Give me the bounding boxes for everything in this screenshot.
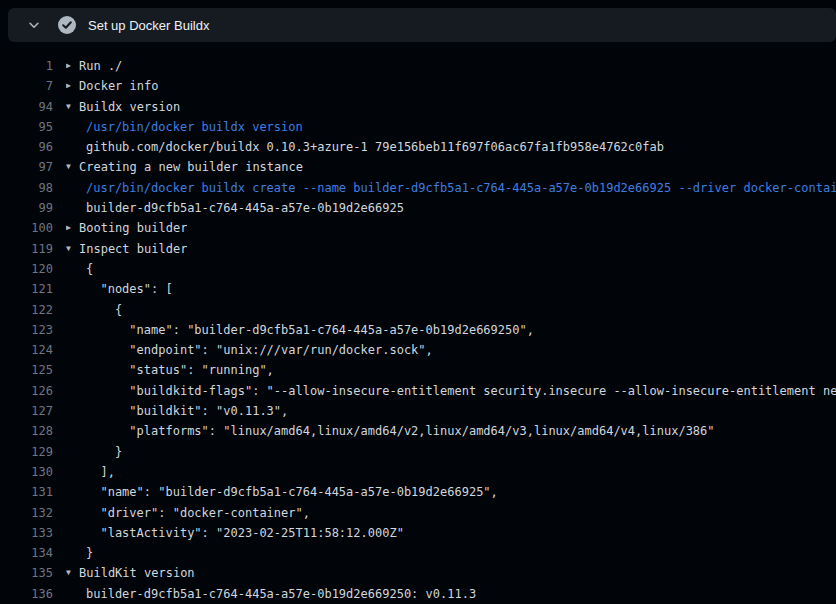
- line-number[interactable]: 127: [0, 401, 53, 421]
- log-line-row: 128 "platforms": "linux/amd64,linux/amd6…: [0, 421, 836, 441]
- triangle-down-icon[interactable]: ▼: [66, 157, 79, 177]
- log-line-row: 134}: [0, 543, 836, 563]
- triangle-down-icon[interactable]: ▼: [66, 563, 79, 583]
- log-line-row: 99builder-d9cfb5a1-c764-445a-a57e-0b19d2…: [0, 198, 836, 218]
- log-line-row: 122 {: [0, 300, 836, 320]
- triangle-right-icon[interactable]: ▶: [66, 76, 79, 96]
- log-line-text: /usr/bin/docker buildx create --name bui…: [66, 178, 836, 198]
- line-number[interactable]: 1: [0, 56, 53, 76]
- line-number[interactable]: 122: [0, 300, 53, 320]
- log-line-row: 132 "driver": "docker-container",: [0, 503, 836, 523]
- log-group-toggle[interactable]: ▶Booting builder: [66, 218, 187, 238]
- step-title: Set up Docker Buildx: [88, 18, 209, 33]
- log-line-row: 126 "buildkitd-flags": "--allow-insecure…: [0, 381, 836, 401]
- line-number[interactable]: 123: [0, 320, 53, 340]
- log-line-row: 130 ],: [0, 462, 836, 482]
- log-line-row: 129 }: [0, 442, 836, 462]
- log-line-text: "name": "builder-d9cfb5a1-c764-445a-a57e…: [66, 320, 534, 340]
- log-line-text: "buildkit": "v0.11.3",: [66, 401, 288, 421]
- log-group-row: 1▶Run ./: [0, 56, 836, 76]
- log-line-text: builder-d9cfb5a1-c764-445a-a57e-0b19d2e6…: [66, 198, 404, 218]
- triangle-right-icon[interactable]: ▶: [66, 218, 79, 238]
- line-number[interactable]: 126: [0, 381, 53, 401]
- line-number[interactable]: 136: [0, 584, 53, 604]
- log-group-toggle[interactable]: ▶Docker info: [66, 76, 158, 96]
- log-line-text: ],: [66, 462, 115, 482]
- log-group-title: Buildx version: [79, 97, 180, 117]
- check-circle-icon: [58, 16, 76, 34]
- log-line-text: }: [66, 543, 93, 563]
- log-group-toggle[interactable]: ▼Inspect builder: [66, 239, 187, 259]
- line-number[interactable]: 97: [0, 157, 53, 177]
- log-line-text: "buildkitd-flags": "--allow-insecure-ent…: [66, 381, 836, 401]
- log-line-text: "status": "running",: [66, 360, 274, 380]
- line-number[interactable]: 100: [0, 218, 53, 238]
- log-line-text: }: [66, 442, 122, 462]
- log-line-row: 123 "name": "builder-d9cfb5a1-c764-445a-…: [0, 320, 836, 340]
- line-number[interactable]: 134: [0, 543, 53, 563]
- log-line-row: 120{: [0, 259, 836, 279]
- line-number[interactable]: 119: [0, 239, 53, 259]
- log-group-title: Inspect builder: [79, 239, 187, 259]
- log-group-row: 7▶Docker info: [0, 76, 836, 96]
- log-line-row: 96github.com/docker/buildx 0.10.3+azure-…: [0, 137, 836, 157]
- line-number[interactable]: 132: [0, 503, 53, 523]
- triangle-right-icon[interactable]: ▶: [66, 56, 79, 76]
- line-number[interactable]: 125: [0, 360, 53, 380]
- log-line-row: 133 "lastActivity": "2023-02-25T11:58:12…: [0, 523, 836, 543]
- line-number[interactable]: 129: [0, 442, 53, 462]
- log-line-row: 95/usr/bin/docker buildx version: [0, 117, 836, 137]
- log-line-text: "name": "builder-d9cfb5a1-c764-445a-a57e…: [66, 482, 498, 502]
- log-group-toggle[interactable]: ▼BuildKit version: [66, 563, 195, 583]
- log-line-text: github.com/docker/buildx 0.10.3+azure-1 …: [66, 137, 664, 157]
- log-group-title: Run ./: [79, 56, 122, 76]
- log-line-row: 125 "status": "running",: [0, 360, 836, 380]
- log-line-row: 131 "name": "builder-d9cfb5a1-c764-445a-…: [0, 482, 836, 502]
- line-number[interactable]: 135: [0, 563, 53, 583]
- line-number[interactable]: 133: [0, 523, 53, 543]
- log-line-row: 136builder-d9cfb5a1-c764-445a-a57e-0b19d…: [0, 584, 836, 604]
- log-group-row: 100▶Booting builder: [0, 218, 836, 238]
- log-line-text: "driver": "docker-container",: [66, 503, 310, 523]
- log-group-title: Creating a new builder instance: [79, 157, 303, 177]
- log-line-text: {: [66, 259, 93, 279]
- line-number[interactable]: 124: [0, 340, 53, 360]
- line-number[interactable]: 99: [0, 198, 53, 218]
- log-group-title: BuildKit version: [79, 563, 195, 583]
- line-number[interactable]: 128: [0, 421, 53, 441]
- log-line-text: "lastActivity": "2023-02-25T11:58:12.000…: [66, 523, 404, 543]
- log-group-toggle[interactable]: ▶Run ./: [66, 56, 122, 76]
- log-line-text: "platforms": "linux/amd64,linux/amd64/v2…: [66, 421, 715, 441]
- log-line-row: 98/usr/bin/docker buildx create --name b…: [0, 178, 836, 198]
- log-line-text: builder-d9cfb5a1-c764-445a-a57e-0b19d2e6…: [66, 584, 476, 604]
- log-line-text: /usr/bin/docker buildx version: [66, 117, 303, 137]
- step-header[interactable]: Set up Docker Buildx: [8, 8, 836, 42]
- line-number[interactable]: 94: [0, 97, 53, 117]
- log-line-row: 121 "nodes": [: [0, 279, 836, 299]
- line-number[interactable]: 98: [0, 178, 53, 198]
- line-number[interactable]: 121: [0, 279, 53, 299]
- triangle-down-icon[interactable]: ▼: [66, 97, 79, 117]
- log-group-toggle[interactable]: ▼Creating a new builder instance: [66, 157, 303, 177]
- line-number[interactable]: 130: [0, 462, 53, 482]
- log-group-row: 135▼BuildKit version: [0, 563, 836, 583]
- log-group-row: 97▼Creating a new builder instance: [0, 157, 836, 177]
- log-line-text: {: [66, 300, 122, 320]
- log-line-row: 124 "endpoint": "unix:///var/run/docker.…: [0, 340, 836, 360]
- log-line-text: "endpoint": "unix:///var/run/docker.sock…: [66, 340, 433, 360]
- log-group-toggle[interactable]: ▼Buildx version: [66, 97, 180, 117]
- log-line-text: "nodes": [: [66, 279, 173, 299]
- line-number[interactable]: 95: [0, 117, 53, 137]
- line-number[interactable]: 96: [0, 137, 53, 157]
- log-group-title: Docker info: [79, 76, 158, 96]
- log-group-row: 119▼Inspect builder: [0, 239, 836, 259]
- line-number[interactable]: 131: [0, 482, 53, 502]
- line-number[interactable]: 120: [0, 259, 53, 279]
- triangle-down-icon[interactable]: ▼: [66, 239, 79, 259]
- chevron-down-icon[interactable]: [26, 17, 42, 33]
- log-output: 1▶Run ./7▶Docker info94▼Buildx version95…: [0, 42, 836, 604]
- line-number[interactable]: 7: [0, 76, 53, 96]
- log-line-row: 127 "buildkit": "v0.11.3",: [0, 401, 836, 421]
- log-group-row: 94▼Buildx version: [0, 97, 836, 117]
- log-group-title: Booting builder: [79, 218, 187, 238]
